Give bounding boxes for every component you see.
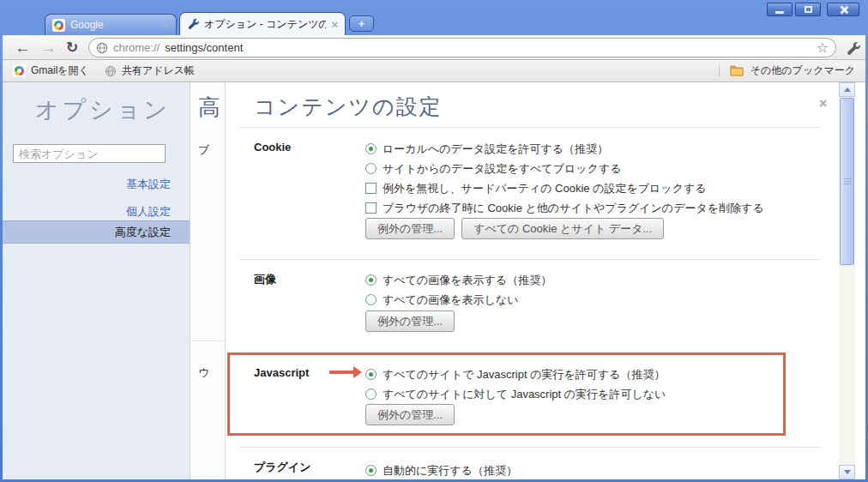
radio-button[interactable] <box>365 294 377 305</box>
close-icon <box>839 5 848 15</box>
checkbox[interactable] <box>365 202 377 214</box>
radio-button-checked[interactable] <box>365 369 377 380</box>
dialog-title: コンテンツの設定 <box>254 93 443 121</box>
radio-label: 自動的に実行する（推奨） <box>383 463 517 479</box>
scroll-up-button[interactable] <box>839 82 855 97</box>
divider <box>239 447 821 448</box>
radio-label: すべてのサイトで Javascript の実行を許可する（推奨） <box>383 367 665 383</box>
browser-window: { "tab_strip": { "tabs": [ { "title": "G… <box>0 0 868 482</box>
cookie-clear-on-exit-checkbox-row: ブラウザの終了時に Cookie と他のサイトやプラグインのデータを削除する <box>365 198 764 218</box>
highlight-arrow-icon <box>329 371 353 374</box>
bookmark-shared-addressbook[interactable]: 共有アドレス帳 <box>105 63 195 78</box>
tab-google[interactable]: Google × <box>45 14 177 35</box>
plugins-section-label: プラグイン <box>254 460 311 475</box>
address-bar[interactable]: chrome://settings/content ☆ <box>88 38 836 57</box>
javascript-section-label: Javascript <box>254 366 309 379</box>
tab-close-icon[interactable]: × <box>331 18 338 31</box>
radio-label: サイトからのデータ設定をすべてブロックする <box>383 161 621 177</box>
wrench-menu-button[interactable] <box>842 38 863 58</box>
scroll-down-button[interactable] <box>839 465 855 479</box>
tab-options-active[interactable]: オプション - コンテンツの設定 × <box>179 12 346 35</box>
underlying-text-fragment: ブ <box>198 142 209 158</box>
separator <box>719 64 720 77</box>
maximize-button[interactable] <box>795 3 821 16</box>
dialog-close-icon[interactable]: × <box>819 96 827 111</box>
wrench-favicon-icon <box>187 18 199 30</box>
javascript-manage-exceptions-button[interactable]: 例外の管理... <box>365 404 455 425</box>
thumb-grip <box>844 181 851 182</box>
google-icon <box>13 64 26 77</box>
close-window-button[interactable] <box>827 3 859 16</box>
vertical-scrollbar[interactable] <box>839 82 855 479</box>
radio-button[interactable] <box>365 163 377 174</box>
content-settings-dialog: コンテンツの設定 × Cookie ローカルへのデータ設定を許可する（推奨） サ… <box>225 82 865 479</box>
sidebar-item-label: 高度な設定 <box>115 225 171 240</box>
cookie-section-label: Cookie <box>254 141 291 154</box>
tab-close-icon[interactable]: × <box>162 19 169 32</box>
radio-label: すべてのサイトに対して Javascript の実行を許可しない <box>383 387 666 402</box>
globe-icon <box>96 42 108 54</box>
sidebar-item-personal-settings[interactable]: 個人設定 <box>126 204 171 220</box>
images-section-label: 画像 <box>254 272 276 287</box>
scrollbar-thumb[interactable] <box>840 98 854 265</box>
sidebar-item-advanced-settings[interactable]: 高度な設定 <box>3 220 190 244</box>
new-tab-button[interactable]: + <box>349 15 374 32</box>
divider <box>191 340 225 341</box>
wrench-icon <box>846 41 860 56</box>
images-hide-radio-row: すべての画像を表示しない <box>365 290 518 310</box>
toolbar: ← → ↻ chrome://settings/content ☆ <box>3 35 865 60</box>
reload-button[interactable]: ↻ <box>66 36 78 59</box>
javascript-allow-radio-row: すべてのサイトで Javascript の実行を許可する（推奨） <box>365 365 665 384</box>
images-show-radio-row: すべての画像を表示する（推奨） <box>365 270 552 290</box>
radio-label: すべての画像を表示しない <box>383 292 518 308</box>
other-bookmarks-label: その他のブックマーク <box>750 63 855 78</box>
cookie-allow-radio-row: ローカルへのデータ設定を許可する（推奨） <box>365 139 608 159</box>
globe-icon <box>105 65 117 77</box>
back-button[interactable]: ← <box>15 36 31 59</box>
minimize-icon <box>775 11 784 14</box>
checkbox[interactable] <box>365 183 377 194</box>
plugins-auto-radio-row: 自動的に実行する（推奨） <box>365 461 517 479</box>
checkbox-label: ブラウザの終了時に Cookie と他のサイトやプラグインのデータを削除する <box>383 201 764 216</box>
forward-button[interactable]: → <box>40 36 57 59</box>
maximize-icon <box>805 6 812 13</box>
options-title: オプション <box>35 94 171 125</box>
bookmark-label: Gmailを開く <box>31 63 89 78</box>
underlying-text-fragment: ウ <box>198 365 209 381</box>
plus-icon: + <box>359 17 365 30</box>
images-manage-exceptions-button[interactable]: 例外の管理... <box>365 310 455 332</box>
other-bookmarks-button[interactable]: その他のブックマーク <box>719 63 855 78</box>
radio-button-checked[interactable] <box>365 143 377 154</box>
cookie-manage-exceptions-button[interactable]: 例外の管理... <box>365 218 455 239</box>
thumb-grip <box>844 184 851 184</box>
radio-button[interactable] <box>365 389 377 400</box>
radio-button-checked[interactable] <box>365 465 377 476</box>
window-controls <box>767 3 859 16</box>
divider <box>239 259 821 260</box>
page-content: オプション 基本設定 個人設定 高度な設定 高 ブ ウ コンテンツの設定 × C… <box>3 82 865 479</box>
search-options-input[interactable] <box>13 144 166 163</box>
underlying-heading-fragment: 高 <box>198 93 220 123</box>
cookie-third-party-checkbox-row: 例外を無視し、サードパーティの Cookie の設定をブロックする <box>365 178 707 198</box>
tab-title: Google <box>70 19 157 31</box>
bookmark-gmail[interactable]: Gmailを開く <box>13 63 89 78</box>
sidebar-item-basic-settings[interactable]: 基本設定 <box>126 177 171 192</box>
bookmarks-bar: Gmailを開く 共有アドレス帳 その他のブックマーク <box>3 60 865 82</box>
radio-label: ローカルへのデータ設定を許可する（推奨） <box>383 142 608 157</box>
javascript-block-radio-row: すべてのサイトに対して Javascript の実行を許可しない <box>365 384 666 404</box>
checkbox-label: 例外を無視し、サードパーティの Cookie の設定をブロックする <box>383 181 707 196</box>
arrow-down-icon <box>844 470 851 474</box>
folder-icon <box>730 65 744 76</box>
all-cookies-site-data-button[interactable]: すべての Cookie とサイト データ... <box>461 218 664 239</box>
google-favicon-icon <box>52 19 65 32</box>
url-path: settings/content <box>165 41 243 54</box>
radio-label: すべての画像を表示する（推奨） <box>383 273 552 288</box>
bookmark-star-icon[interactable]: ☆ <box>817 39 829 56</box>
minimize-button[interactable] <box>767 3 793 16</box>
radio-button-checked[interactable] <box>365 274 377 286</box>
javascript-buttons-row: 例外の管理... <box>365 404 455 425</box>
options-sidebar: オプション 基本設定 個人設定 高度な設定 <box>3 82 190 479</box>
cookie-block-radio-row: サイトからのデータ設定をすべてブロックする <box>365 159 621 178</box>
cookie-buttons-row: 例外の管理... すべての Cookie とサイト データ... <box>365 218 664 239</box>
thumb-grip <box>844 178 851 179</box>
